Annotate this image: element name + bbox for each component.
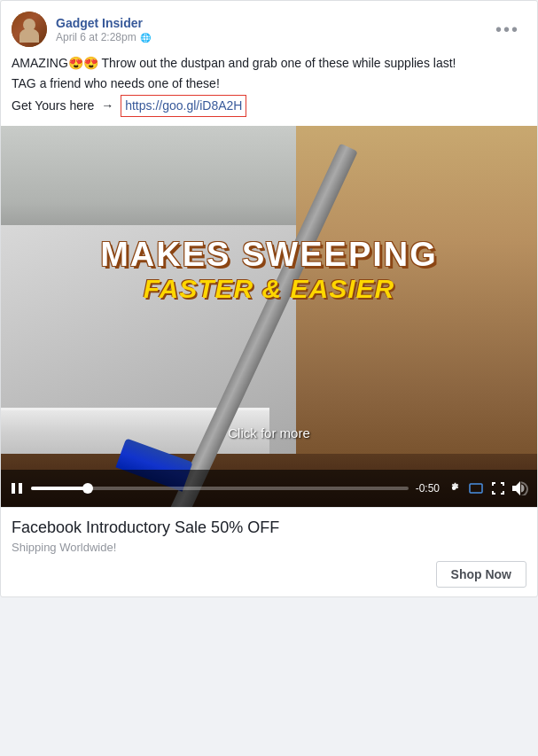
avatar[interactable] <box>12 12 47 47</box>
svg-rect-2 <box>470 484 482 493</box>
post-header-left: Gadget Insider April 6 at 2:28pm 🌐 <box>12 12 151 47</box>
fullscreen-button[interactable] <box>491 481 505 495</box>
progress-bar[interactable] <box>31 487 409 490</box>
headline2: FASTER & EASIER <box>27 274 511 304</box>
get-yours-label: Get Yours here <box>12 98 94 113</box>
arrow-icon: → <box>101 98 113 113</box>
page-name[interactable]: Gadget Insider <box>56 15 151 31</box>
post-meta: Gadget Insider April 6 at 2:28pm 🌐 <box>56 15 151 43</box>
video-container[interactable]: MAKES SWEEPING FASTER & EASIER Click for… <box>1 126 537 507</box>
post-card: Gadget Insider April 6 at 2:28pm 🌐 ••• A… <box>0 0 538 597</box>
post-text: AMAZING😍😍 Throw out the dustpan and grab… <box>1 54 537 126</box>
post-line1: AMAZING😍😍 Throw out the dustpan and grab… <box>12 54 526 73</box>
pause-button[interactable] <box>10 481 24 495</box>
volume-button[interactable] <box>512 481 528 495</box>
sale-title: Facebook Introductory Sale 50% OFF <box>12 517 526 539</box>
post-header: Gadget Insider April 6 at 2:28pm 🌐 ••• <box>1 1 537 54</box>
post-time: April 6 at 2:28pm 🌐 <box>56 31 151 43</box>
more-options-button[interactable]: ••• <box>488 17 526 42</box>
bottom-card: Facebook Introductory Sale 50% OFF Shipp… <box>1 507 537 596</box>
svg-rect-0 <box>12 483 15 494</box>
globe-icon: 🌐 <box>140 33 151 43</box>
progress-dot <box>82 483 93 494</box>
fullscreen-small-button[interactable] <box>468 480 484 496</box>
product-link[interactable]: https://goo.gl/iD8A2H <box>121 95 246 117</box>
bottom-card-actions: Shop Now <box>12 561 526 588</box>
shipping-text: Shipping Worldwide! <box>12 541 526 554</box>
post-line3: Get Yours here → https://goo.gl/iD8A2H <box>12 95 526 117</box>
post-time-text: April 6 at 2:28pm <box>56 31 136 43</box>
settings-button[interactable] <box>447 481 461 495</box>
video-controls: -0:50 <box>1 470 537 507</box>
svg-rect-1 <box>19 483 22 494</box>
headline1: MAKES SWEEPING <box>27 237 511 274</box>
time-display: -0:50 <box>416 482 440 495</box>
shop-now-button[interactable]: Shop Now <box>436 561 526 588</box>
post-line2: TAG a friend who needs one of these! <box>12 74 526 93</box>
click-for-more[interactable]: Click for more <box>228 425 310 440</box>
progress-fill <box>31 487 88 490</box>
video-text-overlay: MAKES SWEEPING FASTER & EASIER <box>27 237 511 304</box>
video-scene: MAKES SWEEPING FASTER & EASIER Click for… <box>1 126 537 507</box>
